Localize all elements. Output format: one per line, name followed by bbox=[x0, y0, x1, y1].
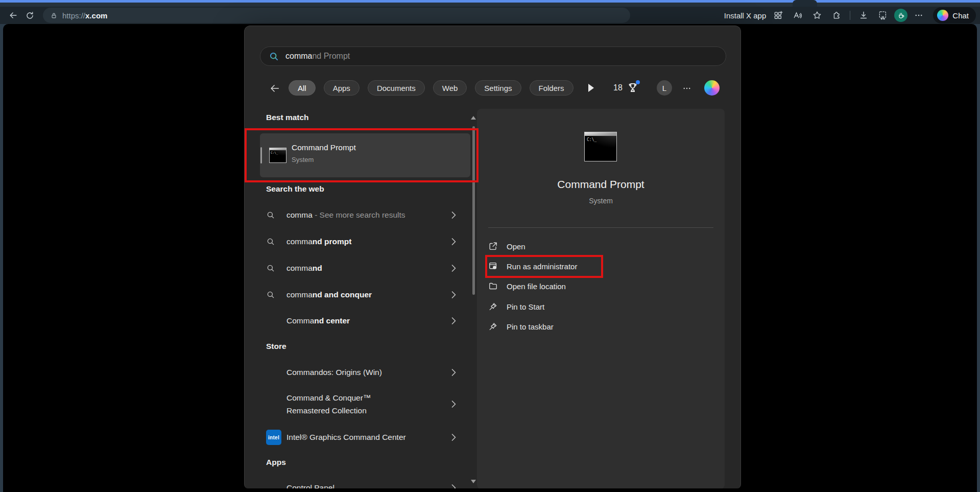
chevron-right-icon[interactable] bbox=[451, 401, 456, 408]
chevron-right-icon[interactable] bbox=[451, 238, 456, 246]
action-pin-to-taskbar[interactable]: Pin to taskbar bbox=[482, 316, 707, 337]
filter-tab-documents[interactable]: Documents bbox=[368, 80, 425, 96]
scrollbar-down-arrow[interactable] bbox=[471, 480, 476, 483]
chevron-right-icon[interactable] bbox=[451, 484, 456, 489]
search-icon bbox=[269, 51, 279, 62]
pin-icon bbox=[488, 302, 498, 312]
annotation-box-run-as-admin bbox=[485, 255, 603, 278]
folder-icon bbox=[488, 282, 498, 291]
download-icon bbox=[858, 10, 869, 20]
titlebar-tab-notch bbox=[793, 0, 817, 7]
search-options-button[interactable] bbox=[680, 82, 694, 95]
search-back-button[interactable] bbox=[266, 80, 283, 97]
store-item-row[interactable]: Commandos: Origins (Win) bbox=[260, 362, 470, 383]
browser-toolbar: https:// x.com Install X app bbox=[0, 7, 980, 24]
url-host: x.com bbox=[85, 11, 107, 20]
search-filter-pills: All Apps Documents Web Settings Folders … bbox=[289, 80, 582, 98]
filter-tab-all[interactable]: All bbox=[289, 80, 316, 96]
search-filter-row: All Apps Documents Web Settings Folders … bbox=[245, 80, 741, 98]
copilot-chat-button[interactable]: Chat bbox=[933, 7, 976, 24]
action-open-file-location[interactable]: Open file location bbox=[482, 276, 707, 296]
user-avatar[interactable]: L bbox=[657, 80, 672, 96]
app-install-icon bbox=[773, 10, 783, 20]
window-title-band bbox=[0, 3, 980, 7]
filter-tab-settings[interactable]: Settings bbox=[475, 80, 521, 96]
filter-tab-apps[interactable]: Apps bbox=[324, 80, 360, 96]
search-query-completion: nd Prompt bbox=[312, 52, 350, 60]
web-suggestion-row[interactable]: command bbox=[260, 258, 470, 278]
pin-icon bbox=[488, 322, 498, 332]
url-scheme: https:// bbox=[62, 11, 85, 20]
browser-settings-button[interactable] bbox=[911, 8, 927, 23]
detail-title: Command Prompt bbox=[477, 178, 725, 191]
web-suggestion-row[interactable]: command prompt bbox=[260, 231, 470, 252]
rewards-widget[interactable]: 18 bbox=[613, 81, 639, 95]
lock-icon bbox=[50, 12, 58, 19]
chevron-right-icon[interactable] bbox=[451, 434, 456, 441]
refresh-button[interactable] bbox=[21, 8, 38, 23]
command-prompt-icon-large: C:\_ bbox=[584, 132, 617, 161]
avatar-letter: L bbox=[662, 84, 666, 92]
copilot-icon bbox=[937, 10, 948, 21]
action-open[interactable]: Open bbox=[482, 236, 707, 256]
read-aloud-icon bbox=[793, 10, 803, 20]
downloads-button[interactable] bbox=[855, 8, 872, 23]
rewards-points: 18 bbox=[613, 83, 623, 92]
web-suggestion-row[interactable]: comma - See more search results bbox=[260, 205, 470, 225]
search-suggestion-icon bbox=[266, 237, 275, 246]
install-app-button[interactable] bbox=[770, 8, 786, 23]
command-center-row[interactable]: Command center bbox=[260, 311, 470, 331]
chevron-right-icon[interactable] bbox=[451, 317, 456, 325]
extensions-button[interactable] bbox=[828, 8, 845, 23]
web-suggestion-row[interactable]: command and conquer bbox=[260, 285, 470, 305]
back-icon bbox=[8, 10, 18, 20]
address-bar[interactable]: https:// x.com bbox=[43, 8, 630, 23]
detail-divider bbox=[488, 227, 713, 228]
chevron-right-icon[interactable] bbox=[451, 291, 456, 299]
windows-search-flyout: command Prompt All Apps Documents Web Se… bbox=[244, 26, 741, 488]
rewards-notification-dot bbox=[636, 80, 640, 84]
intel-app-icon: intel bbox=[266, 430, 281, 445]
store-item-row[interactable]: intel Intel® Graphics Command Center bbox=[260, 427, 470, 448]
more-options-icon bbox=[914, 11, 923, 20]
search-query-typed: comma bbox=[285, 52, 312, 60]
screen: https:// x.com Install X app bbox=[0, 0, 980, 492]
copilot-logo-icon[interactable] bbox=[704, 80, 720, 96]
install-app-label[interactable]: Install X app bbox=[724, 11, 767, 20]
chevron-right-icon[interactable] bbox=[451, 212, 456, 219]
filter-tab-web[interactable]: Web bbox=[433, 80, 467, 96]
read-aloud-button[interactable] bbox=[790, 8, 806, 23]
toolbar-right-cluster: Install X app bbox=[724, 7, 976, 24]
detail-panel: C:\_ Command Prompt System Open Run as a… bbox=[477, 109, 725, 488]
store-section-header: Store bbox=[266, 342, 286, 351]
extensions-puzzle-icon bbox=[831, 10, 842, 20]
ellipsis-icon bbox=[682, 84, 691, 93]
coffee-extension-button[interactable] bbox=[894, 9, 907, 22]
detail-subtitle: System bbox=[477, 197, 725, 205]
action-pin-to-start[interactable]: Pin to Start bbox=[482, 296, 707, 317]
filter-tab-folders[interactable]: Folders bbox=[530, 80, 573, 96]
filter-scroll-more-icon[interactable] bbox=[588, 84, 594, 92]
chevron-right-icon[interactable] bbox=[451, 265, 456, 272]
favorites-star-icon bbox=[812, 10, 822, 20]
search-suggestion-icon bbox=[266, 290, 275, 299]
back-arrow-icon bbox=[269, 83, 280, 94]
chevron-right-icon[interactable] bbox=[451, 369, 456, 377]
scrollbar-up-arrow[interactable] bbox=[471, 116, 476, 120]
toolbar-divider bbox=[850, 11, 850, 20]
copilot-chat-label: Chat bbox=[952, 11, 969, 20]
store-item-row[interactable]: Command & Conquer™Remastered Collection bbox=[260, 390, 470, 418]
apps-section-header: Apps bbox=[266, 458, 286, 467]
web-capture-button[interactable] bbox=[875, 8, 891, 23]
search-input[interactable]: command Prompt bbox=[260, 46, 726, 66]
favorites-button[interactable] bbox=[809, 8, 825, 23]
search-suggestion-icon bbox=[266, 210, 275, 220]
web-section-header: Search the web bbox=[266, 184, 324, 194]
back-button[interactable] bbox=[5, 8, 21, 23]
rewards-trophy-icon bbox=[626, 81, 639, 95]
best-match-header: Best match bbox=[266, 113, 309, 122]
search-suggestion-icon bbox=[266, 264, 275, 273]
annotation-box-best-match bbox=[245, 128, 479, 182]
coffee-cup-icon bbox=[897, 11, 905, 20]
apps-item-row[interactable]: Control Panel bbox=[260, 478, 470, 488]
